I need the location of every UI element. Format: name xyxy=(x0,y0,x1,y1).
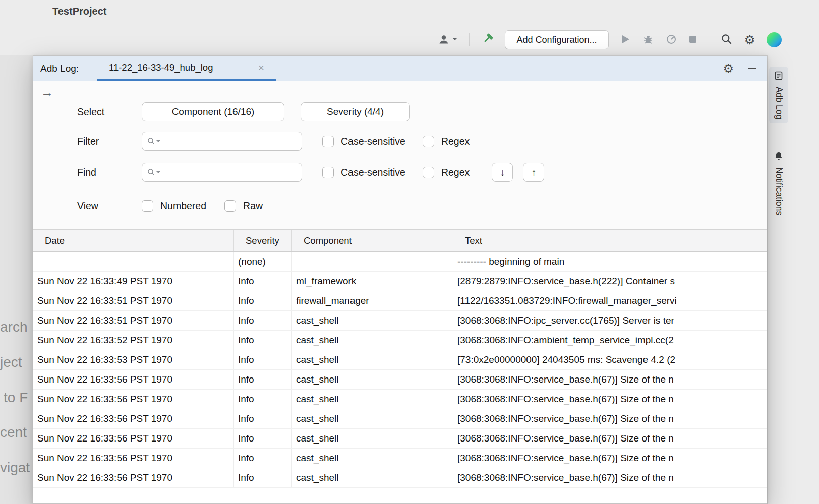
cell-text: --------- beginning of main xyxy=(453,252,767,271)
find-label: Find xyxy=(77,167,142,178)
chevron-down-icon xyxy=(452,36,458,44)
search-everywhere-button[interactable] xyxy=(720,33,733,47)
background-text-fragment: vigat xyxy=(0,460,30,476)
cell-severity: Info xyxy=(234,390,292,409)
find-regex-checkbox[interactable] xyxy=(423,167,434,178)
forward-arrow-icon[interactable]: → xyxy=(41,85,53,100)
find-regex-group: Regex xyxy=(423,167,470,178)
numbered-checkbox[interactable] xyxy=(142,200,153,212)
cell-severity: Info xyxy=(234,370,292,389)
table-row[interactable]: Sun Nov 22 16:33:56 PST 1970 Info cast_s… xyxy=(33,429,767,449)
cell-severity: Info xyxy=(234,449,292,468)
tool-window-label-notifications: Notifications xyxy=(774,167,784,215)
titlebar: TestProject Add Configuration... xyxy=(0,0,819,55)
table-row[interactable]: Sun Nov 22 16:33:53 PST 1970 Info cast_s… xyxy=(33,350,767,370)
run-button[interactable] xyxy=(620,34,631,46)
right-tool-window-stripe: Adb Log Notifications xyxy=(767,55,819,504)
cell-text: [1122/163351.083729:INFO:firewall_manage… xyxy=(453,291,767,310)
column-header-text[interactable]: Text xyxy=(453,230,767,251)
cell-date: Sun Nov 22 16:33:56 PST 1970 xyxy=(33,429,234,448)
tool-window-tab-notifications[interactable]: Notifications xyxy=(769,147,788,219)
project-title: TestProject xyxy=(52,6,106,17)
background-text-fragment: arch xyxy=(0,319,27,335)
raw-group: Raw xyxy=(224,200,263,212)
background-text-fragment: to F xyxy=(4,390,28,406)
bug-icon xyxy=(642,33,654,47)
cell-date: Sun Nov 22 16:33:56 PST 1970 xyxy=(33,468,234,487)
filter-input[interactable] xyxy=(142,132,302,151)
table-row[interactable]: Sun Nov 22 16:33:49 PST 1970 Info ml_fra… xyxy=(33,272,767,291)
table-row[interactable]: Sun Nov 22 16:33:56 PST 1970 Info cast_s… xyxy=(33,449,767,468)
numbered-label: Numbered xyxy=(160,200,206,212)
select-row: Select Component (16/16) Severity (4/4) xyxy=(77,102,410,121)
settings-button[interactable]: ⚙ xyxy=(744,34,755,46)
tool-window-tab-adb-log[interactable]: Adb Log xyxy=(769,67,788,123)
main-toolbar: Add Configuration... xyxy=(438,29,782,51)
table-row[interactable]: Sun Nov 22 16:33:51 PST 1970 Info cast_s… xyxy=(33,311,767,331)
filter-regex-checkbox[interactable] xyxy=(423,136,434,147)
cell-component: cast_shell xyxy=(292,331,453,350)
filter-row: Filter Case-sensitive Regex xyxy=(77,132,470,151)
table-row[interactable]: Sun Nov 22 16:33:56 PST 1970 Info cast_s… xyxy=(33,390,767,409)
play-icon xyxy=(620,34,631,46)
find-input-wrapper xyxy=(142,163,302,182)
log-file-tab[interactable]: 11-22_16-33-49_hub_log × xyxy=(97,56,276,81)
tab-close-icon[interactable]: × xyxy=(258,62,264,73)
stop-icon xyxy=(688,35,697,45)
filter-case-sensitive-checkbox[interactable] xyxy=(322,136,334,147)
hide-panel-icon[interactable] xyxy=(748,68,756,69)
cell-severity: Info xyxy=(234,272,292,291)
select-label: Select xyxy=(77,106,142,118)
table-row[interactable]: (none) --------- beginning of main xyxy=(33,252,767,272)
find-row: Find Case-sensitive Regex ↓ ↑ xyxy=(77,163,544,182)
debug-button[interactable] xyxy=(642,33,654,47)
table-row[interactable]: Sun Nov 22 16:33:56 PST 1970 Info cast_s… xyxy=(33,370,767,390)
find-previous-button[interactable]: ↑ xyxy=(523,163,544,182)
find-regex-label: Regex xyxy=(441,167,470,178)
filter-label: Filter xyxy=(77,136,142,147)
column-header-date[interactable]: Date xyxy=(33,230,234,251)
table-row[interactable]: Sun Nov 22 16:33:52 PST 1970 Info cast_s… xyxy=(33,331,767,350)
find-case-sensitive-checkbox[interactable] xyxy=(322,167,334,178)
raw-label: Raw xyxy=(243,200,263,212)
profiler-button[interactable] xyxy=(665,33,677,47)
view-label: View xyxy=(77,200,142,212)
log-file-tab-label: 11-22_16-33-49_hub_log xyxy=(109,62,213,73)
user-profile-button[interactable] xyxy=(438,33,458,47)
cell-component: cast_shell xyxy=(292,390,453,409)
panel-header-actions: ⚙ xyxy=(723,62,756,75)
find-input[interactable] xyxy=(142,163,302,182)
cell-component: ml_framework xyxy=(292,272,453,291)
cell-date: Sun Nov 22 16:33:51 PST 1970 xyxy=(33,291,234,310)
find-next-button[interactable]: ↓ xyxy=(492,163,513,182)
stop-button[interactable] xyxy=(688,35,697,45)
toolbar-divider xyxy=(709,33,709,46)
table-row[interactable]: Sun Nov 22 16:33:51 PST 1970 Info firewa… xyxy=(33,291,767,311)
panel-settings-gear-icon[interactable]: ⚙ xyxy=(723,62,734,75)
cell-component: cast_shell xyxy=(292,311,453,330)
cell-component: cast_shell xyxy=(292,370,453,389)
column-header-severity[interactable]: Severity xyxy=(234,230,292,251)
tool-window-label-adb-log: Adb Log xyxy=(774,87,784,119)
bell-icon xyxy=(774,151,784,163)
arrow-down-icon: ↓ xyxy=(500,167,505,178)
user-icon xyxy=(438,33,450,47)
cell-date: Sun Nov 22 16:33:49 PST 1970 xyxy=(33,272,234,291)
cell-severity: Info xyxy=(234,331,292,350)
build-hammer-button[interactable] xyxy=(481,33,494,47)
table-row[interactable]: Sun Nov 22 16:33:56 PST 1970 Info cast_s… xyxy=(33,409,767,429)
cell-component xyxy=(292,252,453,271)
android-studio-logo-icon[interactable] xyxy=(767,32,782,47)
column-header-component[interactable]: Component xyxy=(292,230,453,251)
log-table: Date Severity Component Text (none) ----… xyxy=(33,230,767,503)
filter-regex-group: Regex xyxy=(423,136,470,147)
panel-title: Adb Log: xyxy=(40,63,97,74)
filter-form: → Select Component (16/16) Severity (4/4… xyxy=(33,81,767,230)
component-filter-button[interactable]: Component (16/16) xyxy=(142,102,284,121)
add-configuration-button[interactable]: Add Configuration... xyxy=(505,30,608,49)
cell-text: [3068:3068:INFO:service_base.h(67)] Size… xyxy=(453,409,767,428)
raw-checkbox[interactable] xyxy=(224,200,236,212)
cell-date: Sun Nov 22 16:33:53 PST 1970 xyxy=(33,350,234,369)
table-row[interactable]: Sun Nov 22 16:33:56 PST 1970 Info cast_s… xyxy=(33,468,767,488)
severity-filter-button[interactable]: Severity (4/4) xyxy=(301,102,410,121)
